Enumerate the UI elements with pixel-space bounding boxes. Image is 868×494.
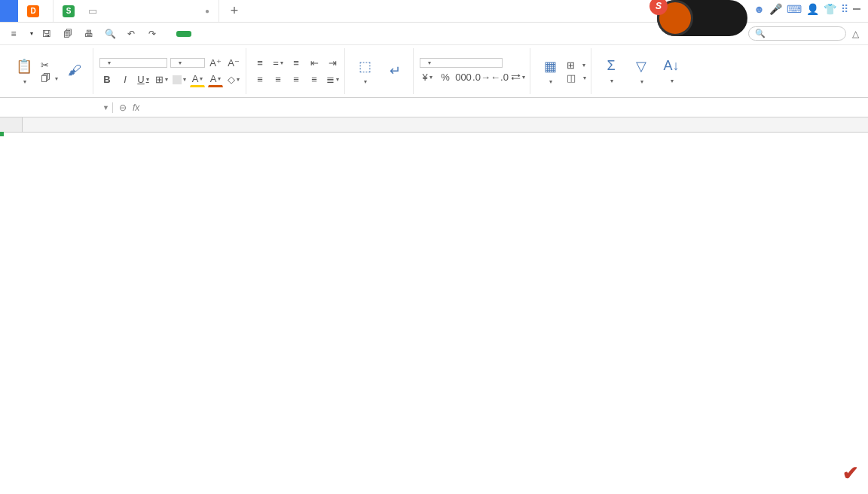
menu-layout[interactable] — [209, 31, 225, 37]
presentation-icon[interactable]: ▭ — [88, 5, 97, 17]
border-button[interactable]: ⊞ — [154, 72, 169, 87]
command-search[interactable]: 🔍 — [748, 26, 846, 41]
cancel-fx-icon[interactable]: ⊖ — [119, 102, 127, 113]
fill-color-button[interactable] — [172, 72, 187, 87]
percent-icon[interactable]: % — [438, 69, 453, 84]
shirt-icon[interactable]: 👕 — [824, 3, 836, 15]
currency-icon[interactable]: ¥ — [420, 69, 435, 84]
cell-style-button[interactable]: ◫ — [567, 72, 586, 84]
align-center-icon[interactable]: ≡ — [270, 72, 286, 87]
type-convert-icon[interactable]: ⮂ — [510, 69, 525, 84]
sum-button[interactable]: Σ — [598, 58, 625, 84]
grid-icon[interactable]: ⠿ — [841, 3, 848, 15]
align-top-icon[interactable]: ≡ — [252, 56, 267, 71]
system-monitor-widget[interactable]: S — [657, 0, 747, 36]
spreadsheet-icon: S — [63, 5, 75, 17]
preview-icon[interactable]: 🔍 — [102, 26, 118, 41]
cond-format-button[interactable]: ▦ — [536, 58, 564, 85]
group-styles: ▦ ⊞ ◫ — [532, 48, 591, 94]
mic-icon[interactable]: 🎤 — [769, 3, 782, 15]
font-shrink-icon[interactable]: A⁻ — [226, 56, 241, 71]
keyboard-icon[interactable]: ⌨ — [787, 3, 802, 15]
table-style-button[interactable]: ⊞ — [567, 59, 586, 71]
indent-dec-icon[interactable]: ⇤ — [307, 56, 322, 71]
font-name-select[interactable] — [99, 58, 167, 68]
font-grow-icon[interactable]: A⁺ — [208, 56, 223, 71]
redo-icon[interactable]: ↷ — [145, 26, 160, 41]
copy-button[interactable]: 🗍 — [41, 72, 58, 84]
paste-button[interactable]: 📋 — [11, 58, 38, 85]
name-box-dropdown-icon[interactable]: ▼ — [102, 104, 109, 111]
face-icon[interactable]: ☻ — [753, 3, 765, 15]
tab-daoke[interactable]: D — [18, 0, 53, 22]
menu-insert[interactable] — [193, 31, 208, 37]
menu-member[interactable] — [309, 31, 324, 37]
menu-start[interactable] — [176, 31, 191, 37]
menu-right: 🔍 △ — [748, 26, 862, 41]
name-box-input[interactable] — [19, 102, 94, 113]
save-icon[interactable]: 🖫 — [39, 26, 54, 41]
align-bottom-icon[interactable]: ≡ — [289, 56, 304, 71]
select-all-corner[interactable] — [0, 117, 23, 132]
bold-button[interactable]: B — [99, 72, 115, 87]
orientation-icon[interactable]: ≣ — [325, 72, 340, 87]
number-format-select[interactable] — [420, 58, 503, 68]
font-color-button[interactable]: A — [208, 72, 223, 87]
group-clipboard: 📋 ✂ 🗍 🖌 — [6, 48, 93, 94]
tab-home[interactable] — [0, 0, 18, 22]
quick-access: ≡ ▾ 🖫 🗐 🖶 🔍 ↶ ↷ — [6, 26, 160, 41]
file-menu[interactable]: ▾ — [27, 30, 33, 37]
align-right-icon[interactable]: ≡ — [289, 72, 304, 87]
tab-document[interactable]: S ▭ ● — [53, 0, 219, 22]
align-middle-icon[interactable]: = — [270, 56, 286, 71]
group-editing: Σ ▽ A↓ — [593, 48, 689, 94]
dec-inc-icon[interactable]: .0→ — [474, 69, 489, 84]
menu-smart[interactable] — [326, 31, 341, 37]
print-icon[interactable]: 🖶 — [81, 26, 96, 41]
filter-button[interactable]: ▽ — [628, 58, 655, 85]
clear-format-button[interactable]: ◇ — [226, 72, 241, 87]
fx-icon[interactable]: fx — [133, 102, 139, 113]
dec-dec-icon[interactable]: ←.0 — [492, 69, 507, 84]
check-icon: ✔ — [842, 462, 859, 484]
format-painter[interactable]: 🖌 — [61, 63, 88, 80]
align-left-icon[interactable]: ≡ — [252, 72, 267, 87]
cut-button[interactable]: ✂ — [41, 59, 58, 71]
spreadsheet-grid[interactable] — [0, 117, 868, 485]
window-count[interactable] — [853, 8, 860, 10]
watermark: ✔ — [839, 462, 859, 485]
save-as-icon[interactable]: 🗐 — [60, 26, 75, 41]
menu-data[interactable] — [243, 31, 258, 37]
group-font: A⁺ A⁻ B I U ⊞ A A ◇ — [95, 48, 246, 94]
top-right-icons: ☻ 🎤 ⌨ 👤 👕 ⠿ — [753, 3, 860, 15]
formula-bar: ▼ ⊖ fx — [0, 98, 868, 117]
merge-button[interactable]: ⬚ — [351, 58, 378, 85]
selection-box — [0, 133, 3, 136]
column-headers — [0, 117, 868, 133]
undo-icon[interactable]: ↶ — [124, 26, 139, 41]
tab-close-icon[interactable]: ● — [205, 7, 209, 15]
menu-view[interactable] — [276, 31, 291, 37]
menu-formula[interactable] — [226, 31, 241, 37]
italic-button[interactable]: I — [118, 72, 133, 87]
highlight-button[interactable]: A — [190, 72, 205, 87]
hamburger-icon[interactable]: ≡ — [6, 26, 21, 41]
group-number: ¥ % 000 .0→ ←.0 ⮂ — [415, 48, 530, 94]
menu-dev[interactable] — [292, 31, 307, 37]
name-box[interactable]: ▼ — [0, 102, 113, 113]
group-merge: ⬚ ↵ — [347, 48, 414, 94]
menu-review[interactable] — [259, 31, 274, 37]
indent-inc-icon[interactable]: ⇥ — [325, 56, 340, 71]
daoke-icon: D — [27, 5, 39, 17]
ribbon: 📋 ✂ 🗍 🖌 A⁺ A⁻ B I U ⊞ A A ◇ ≡ = — [0, 45, 868, 98]
comma-icon[interactable]: 000 — [456, 69, 471, 84]
user-icon[interactable]: 👤 — [806, 3, 819, 15]
sync-status[interactable]: △ — [852, 29, 862, 39]
group-align: ≡ = ≡ ⇤ ⇥ ≡ ≡ ≡ ≡ ≣ — [248, 48, 345, 94]
align-justify-icon[interactable]: ≡ — [307, 72, 322, 87]
sort-button[interactable]: A↓ — [658, 58, 685, 84]
underline-button[interactable]: U — [136, 72, 151, 87]
font-size-select[interactable] — [170, 58, 205, 68]
tab-add-button[interactable]: + — [219, 0, 249, 22]
wrap-button[interactable]: ↵ — [381, 63, 408, 81]
